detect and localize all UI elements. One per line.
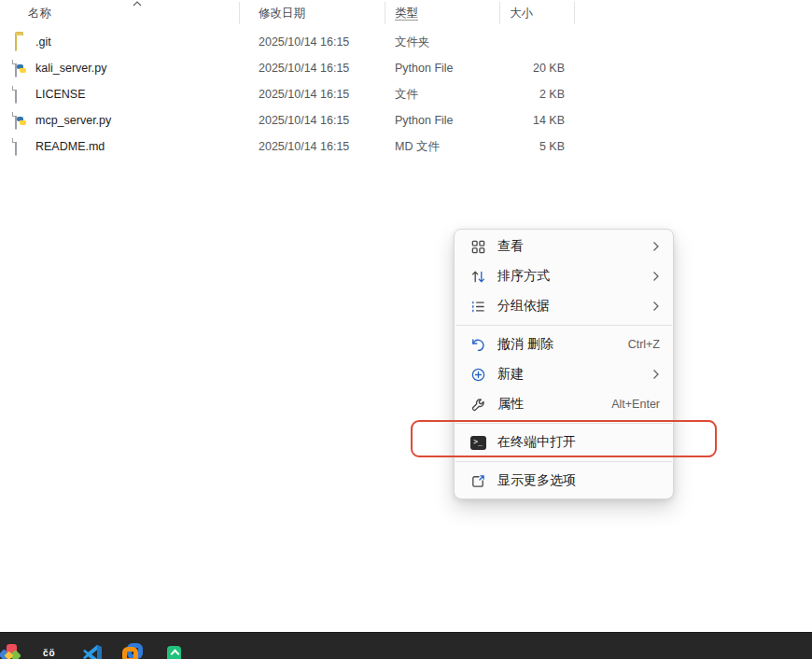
file-size: 20 KB [499,62,565,75]
file-type: 文件 [395,87,418,103]
chevron-right-icon [652,301,660,312]
properties-wrench-icon [469,396,486,413]
orange-ring-shape [122,647,138,659]
menu-item-label: 新建 [497,366,652,383]
file-row-kali-server[interactable]: kali_server.py 2025/10/14 16:15 Python F… [0,55,812,81]
file-date: 2025/10/14 16:15 [259,88,349,101]
menu-separator [455,423,672,424]
file-size: 14 KB [499,114,565,127]
file-date: 2025/10/14 16:15 [259,35,349,49]
group-by-icon [469,298,486,315]
menu-item-label: 在终端中打开 [497,434,660,451]
menu-item-label: 排序方式 [497,268,652,285]
menu-item-sort-by[interactable]: 排序方式 [455,261,673,291]
menu-separator [455,461,672,462]
file-date: 2025/10/14 16:15 [259,140,349,153]
column-divider[interactable] [239,2,240,24]
context-menu: 查看 排序方式 [454,229,674,499]
file-type: 文件夹 [395,35,430,50]
shortcut-label: Alt+Enter [611,398,660,411]
chevron-right-icon [652,271,660,282]
file-size: 2 KB [499,88,565,101]
file-name: .git [35,35,51,49]
file-name: README.md [35,140,105,153]
terminal-icon: >_ [469,434,486,451]
chevron-right-icon [652,241,660,252]
menu-separator [455,325,672,326]
desktop-screen: 名称 修改日期 类型 大小 .git 2025/10/14 16:15 文件夹 [0,0,812,659]
show-more-icon [469,472,486,489]
column-header-type[interactable]: 类型 [395,6,418,21]
sort-ascending-icon [132,0,143,7]
file-name: LICENSE [35,88,86,101]
column-divider[interactable] [385,2,385,24]
file-type: Python File [395,62,454,75]
file-icon [15,87,31,102]
menu-item-label: 显示更多选项 [497,472,660,489]
undo-icon [469,336,486,353]
taskbar: čö [0,632,812,659]
file-size: 5 KB [499,140,565,153]
chevron-right-icon [652,369,660,380]
python-file-icon [15,61,31,76]
menu-item-new[interactable]: 新建 [455,359,673,389]
menu-item-group-by[interactable]: 分组依据 [455,291,673,321]
file-name: mcp_server.py [35,114,111,127]
file-date: 2025/10/14 16:15 [259,114,349,127]
taskbar-icon-rings-app[interactable] [122,643,145,659]
sort-arrows-icon [469,268,486,285]
file-row-readme[interactable]: README.md 2025/10/14 16:15 MD 文件 5 KB [0,133,812,160]
menu-item-undo-delete[interactable]: 撤消 删除 Ctrl+Z [455,330,673,359]
file-name: kali_server.py [35,62,106,75]
file-icon [15,139,31,154]
file-row-mcp-server[interactable]: mcp_server.py 2025/10/14 16:15 Python Fi… [0,107,812,133]
column-divider[interactable] [574,2,575,24]
file-type: MD 文件 [395,139,440,155]
python-file-icon [15,113,31,128]
menu-item-show-more-options[interactable]: 显示更多选项 [455,466,673,496]
menu-item-label: 分组依据 [497,298,652,315]
vscode-icon [81,643,104,659]
file-rows: .git 2025/10/14 16:15 文件夹 kali_server.py… [0,29,812,160]
file-row-git[interactable]: .git 2025/10/14 16:15 文件夹 [0,29,812,55]
file-date: 2025/10/14 16:15 [259,62,349,75]
menu-item-open-in-terminal[interactable]: >_ 在终端中打开 [455,428,673,457]
folder-icon [15,35,31,49]
column-header-size[interactable]: 大小 [510,6,533,21]
taskbar-icon-pinwheel-app[interactable] [0,643,22,659]
menu-item-view[interactable]: 查看 [455,231,673,261]
menu-item-label: 属性 [497,396,611,413]
taskbar-icon-green-app[interactable] [163,643,186,659]
menu-item-properties[interactable]: 属性 Alt+Enter [455,389,673,419]
file-type: Python File [395,114,454,127]
new-plus-icon [469,366,486,383]
view-grid-icon [469,238,486,255]
file-row-license[interactable]: LICENSE 2025/10/14 16:15 文件 2 KB [0,81,812,107]
taskbar-icon-vscode[interactable] [81,643,104,659]
column-header-name[interactable]: 名称 [28,6,51,21]
column-header-date[interactable]: 修改日期 [259,6,305,21]
menu-item-label: 查看 [497,238,652,255]
column-divider[interactable] [499,2,500,24]
taskbar-icon-red-app[interactable]: čö [40,643,63,659]
shortcut-label: Ctrl+Z [628,338,660,351]
menu-item-label: 撤消 删除 [497,336,628,353]
